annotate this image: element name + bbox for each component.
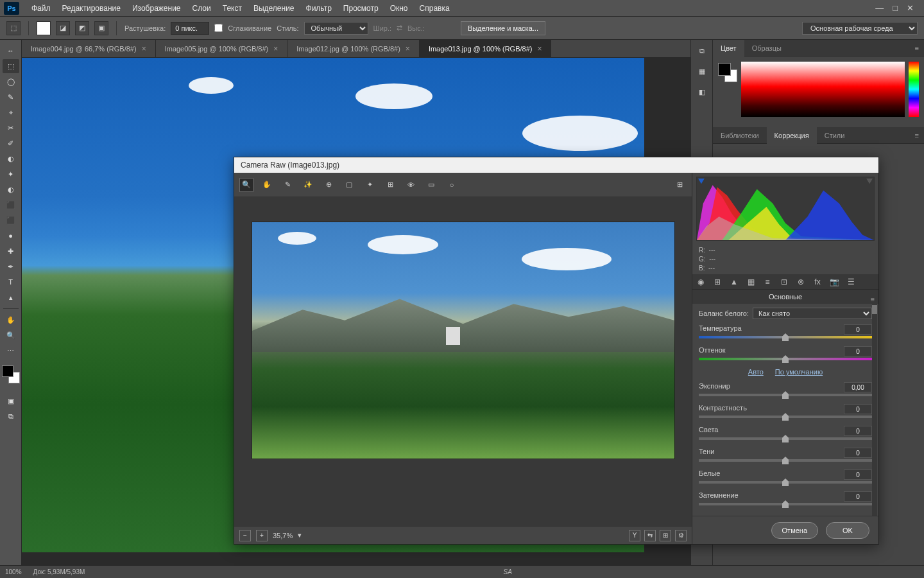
stamp-tool[interactable]: ✦ [3,167,19,181]
marquee-tool[interactable]: ⬚ [3,59,19,73]
move-tool[interactable]: ↔ [3,44,19,58]
slider-track[interactable] [699,336,872,338]
pen-tool[interactable]: ✒ [3,259,19,274]
lens-tab[interactable]: ⊡ [778,276,790,288]
zoom-tool[interactable]: 🔍 [3,328,19,342]
menu-edit[interactable]: Редактирование [56,0,126,17]
tab-styles[interactable]: Стили [817,127,853,144]
effects-tab[interactable]: fx [812,276,823,288]
tab-color[interactable]: Цвет [713,40,744,57]
hsl-tab[interactable]: ▦ [745,276,757,288]
slider-value-input[interactable] [844,469,872,480]
healing-tool[interactable]: ✐ [3,136,19,150]
path-select-tool[interactable]: ▴ [3,290,19,304]
selection-add-icon[interactable]: ◪ [56,21,70,35]
menu-file[interactable]: Файл [26,0,56,17]
selection-intersect-icon[interactable]: ▣ [94,21,108,35]
menu-select[interactable]: Выделение [248,0,300,17]
slider-track[interactable] [699,394,872,396]
lasso-tool[interactable]: ◯ [3,74,19,89]
slider-track[interactable] [699,481,872,484]
cr-zoom-value[interactable]: 35,7% [273,532,293,539]
cr-zoom-tool[interactable]: 🔍 [239,178,253,192]
gradient-tool[interactable]: ⬛ [3,213,19,227]
cr-spot-tool[interactable]: ⊞ [383,178,397,192]
histogram[interactable] [696,177,875,241]
panel-menu-icon[interactable]: ≡ [910,132,924,139]
properties-panel-icon[interactable]: ◧ [695,85,709,99]
menu-help[interactable]: Справка [414,0,456,17]
cr-crop-tool[interactable]: ▢ [342,178,356,192]
cr-zoom-out-button[interactable]: − [239,530,251,541]
close-icon[interactable]: × [406,44,410,53]
menu-filter[interactable]: Фильтр [300,0,338,17]
dialog-titlebar[interactable]: Camera Raw (Image013.jpg) [234,157,878,173]
hand-tool[interactable]: ✋ [3,313,19,327]
history-panel-icon[interactable]: ⧉ [695,44,709,58]
auto-link[interactable]: Авто [748,368,764,376]
history-brush-tool[interactable]: ◐ [3,182,19,197]
cr-redeye-tool[interactable]: 👁 [404,178,418,192]
cr-target-tool[interactable]: ⊕ [321,178,336,192]
cr-wb-tool[interactable]: ✎ [280,178,295,192]
crop-tool[interactable]: ⌖ [3,105,19,119]
color-field[interactable] [741,62,905,117]
maximize-button[interactable]: □ [893,3,898,13]
cr-swap-button[interactable]: ⊞ [660,530,671,541]
feather-input[interactable] [171,22,209,35]
slider-value-input[interactable] [844,491,872,502]
quickmask-button[interactable]: ▣ [3,394,19,408]
type-tool[interactable]: T [3,275,19,289]
fx-tab[interactable]: ⊗ [795,276,807,288]
antialias-checkbox[interactable] [214,24,223,32]
basic-tab[interactable]: ◉ [695,276,706,288]
panel-menu-icon[interactable]: ≡ [910,44,924,52]
close-icon[interactable]: × [142,44,146,53]
cr-hand-tool[interactable]: ✋ [260,178,274,192]
slider-track[interactable] [699,437,872,440]
default-link[interactable]: По умолчанию [775,368,823,376]
slider-track[interactable] [699,503,872,505]
cr-adjust-brush-tool[interactable]: ▭ [424,178,438,192]
foreground-color-swatch[interactable] [2,365,13,377]
calibration-tab[interactable]: 📷 [828,276,840,288]
eyedropper-tool[interactable]: ✂ [3,121,19,135]
close-button[interactable]: ✕ [907,3,914,13]
selection-subtract-icon[interactable]: ◩ [75,21,89,35]
slider-value-input[interactable] [844,346,872,356]
doc-size-readout[interactable]: Док: 5,93M/5,93M [33,568,85,575]
style-select[interactable]: Обычный [304,22,368,35]
slider-value-input[interactable] [844,448,872,458]
chevron-down-icon[interactable]: ▾ [298,531,302,539]
cr-zoom-in-button[interactable]: + [256,530,268,541]
hue-slider[interactable] [909,62,919,117]
cancel-button[interactable]: Отмена [771,522,818,539]
color-swatches[interactable] [2,365,20,383]
slider-value-input[interactable] [844,426,872,436]
slider-value-input[interactable] [844,382,872,392]
document-tab[interactable]: Image004.jpg @ 66,7% (RGB/8#)× [22,40,156,57]
minimize-button[interactable]: — [875,3,884,13]
scrollbar-track[interactable] [872,304,877,516]
fg-swatch[interactable] [718,63,731,76]
menu-type[interactable]: Текст [217,0,248,17]
menu-image[interactable]: Изображение [126,0,187,17]
workspace-select[interactable]: Основная рабочая среда [802,22,918,35]
tab-adjustments[interactable]: Коррекция [767,127,817,144]
presets-tab[interactable]: ☰ [845,276,857,288]
slider-track[interactable] [699,358,872,360]
zoom-readout[interactable]: 100% [5,568,22,575]
brush-tool[interactable]: ◐ [3,152,19,166]
detail-tab[interactable]: ▲ [728,276,740,288]
tab-swatches[interactable]: Образцы [744,40,789,57]
dodge-tool[interactable]: ✚ [3,244,19,258]
cr-gradient-tool[interactable]: ○ [445,178,459,192]
scrollbar-thumb[interactable] [872,305,877,314]
eraser-tool[interactable]: ⬛ [3,198,19,212]
close-icon[interactable]: × [273,44,278,53]
select-and-mask-button[interactable]: Выделение и маска... [461,21,545,35]
cr-settings-button[interactable]: ⚙ [675,530,687,541]
slider-track[interactable] [699,416,872,418]
slider-track[interactable] [699,459,872,462]
cr-color-sampler-tool[interactable]: ✨ [301,178,315,192]
